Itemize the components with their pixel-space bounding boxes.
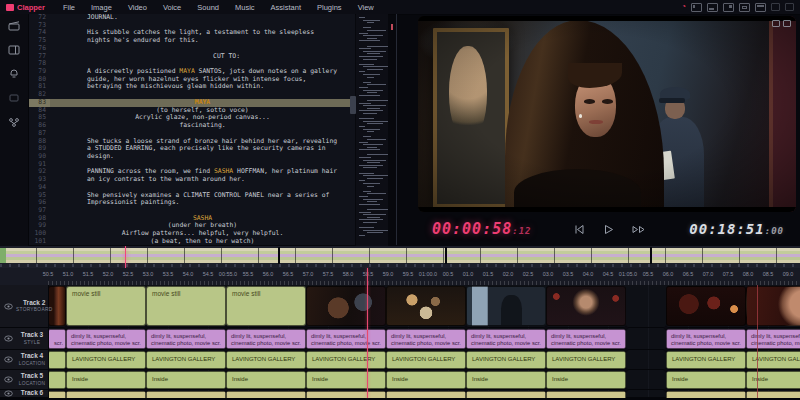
window-restore-icon[interactable] (771, 3, 780, 11)
panel-bottom-toggle-icon[interactable] (707, 3, 718, 12)
script-line[interactable]: 96Impressionist paintings. (29, 199, 355, 207)
style-cell[interactable]: scr. (48, 329, 66, 349)
storyboard-still-red-room-figures[interactable] (666, 286, 746, 326)
script-line[interactable]: 94 (29, 184, 355, 192)
storyboard-cell[interactable]: movie still (146, 286, 226, 326)
track6-cell[interactable] (226, 391, 306, 398)
script-line[interactable]: 91 (29, 161, 355, 169)
location-cell[interactable] (48, 371, 66, 389)
timeline-lanes[interactable]: movie stillmovie stillmovie still scr.di… (48, 285, 800, 398)
location-cell[interactable]: LAVINGTON GALLERY (306, 351, 386, 369)
storyboard-still-woman-closeup-red[interactable] (746, 286, 800, 326)
script-line[interactable]: 82 (29, 91, 355, 99)
script-line[interactable]: 89a STUDDED EARRING, each precisely like… (29, 145, 355, 153)
style-cell[interactable]: dimly lit, suspenseful,cinematic photo, … (666, 329, 746, 349)
menu-item-music[interactable]: Music (227, 3, 263, 12)
style-cell[interactable]: dimly lit, suspenseful,cinematic photo, … (306, 329, 386, 349)
location-cell[interactable]: Inside (466, 371, 546, 389)
storyboard-still-woman-portrait[interactable] (546, 286, 626, 326)
menu-item-plugins[interactable]: Plugins (309, 3, 350, 12)
storyboard-still-two-men-with-papers[interactable] (386, 286, 466, 326)
script-minimap[interactable] (356, 14, 388, 248)
location-cell[interactable]: LAVINGTON GALLERY (546, 351, 626, 369)
script-line[interactable]: 72JOURNAL. (29, 14, 355, 22)
eye-icon[interactable] (4, 303, 13, 310)
panel-right-toggle-icon[interactable] (723, 3, 734, 12)
eye-icon[interactable] (4, 390, 13, 397)
timeline-ruler[interactable]: 50.551.051.552.052.553.053.554.054.500:5… (0, 268, 800, 286)
location-cell[interactable]: Inside (66, 371, 146, 389)
location-cell[interactable]: LAVINGTON GALLERY (746, 351, 800, 369)
script-line[interactable]: 92PANNING across the room, we find SASHA… (29, 168, 355, 176)
style-cell[interactable]: dimly lit, suspenseful,cinematic photo, … (466, 329, 546, 349)
sidebar-assistant-icon[interactable] (8, 68, 20, 80)
track6-cell[interactable] (386, 391, 466, 398)
sidebar-frame-icon[interactable] (8, 92, 20, 104)
fullscreen-icon[interactable] (772, 20, 780, 27)
script-line[interactable]: 81betraying the mischievous gleam hidden… (29, 83, 355, 91)
track6-cell[interactable] (306, 391, 386, 398)
script-line[interactable]: 75nights he's endured for this. (29, 37, 355, 45)
script-line[interactable]: 95She pensively examines a CLIMATE CONTR… (29, 192, 355, 200)
track-header-track-5[interactable]: Track 5LOCATION (0, 370, 48, 390)
location-cell[interactable]: LAVINGTON GALLERY (146, 351, 226, 369)
script-line[interactable]: 97 (29, 207, 355, 215)
fast-forward-icon[interactable] (631, 223, 647, 236)
sidebar-script-panel-icon[interactable] (8, 44, 20, 56)
track6-cell[interactable] (466, 391, 546, 398)
script-line[interactable]: 99(under her breath) (29, 222, 355, 230)
location-cell[interactable]: Inside (546, 371, 626, 389)
script-line[interactable]: 101(a beat, then to her watch) (29, 238, 355, 245)
location-cell[interactable]: LAVINGTON GALLERY (666, 351, 746, 369)
script-line[interactable]: 86fascinating. (29, 122, 355, 130)
script-line[interactable]: 74His stubble catches the light, a testa… (29, 29, 355, 37)
menu-item-assistant[interactable]: Assistant (263, 3, 309, 12)
storyboard-still-man-by-window[interactable] (466, 286, 546, 326)
play-icon[interactable] (602, 223, 615, 236)
location-cell[interactable]: Inside (306, 371, 386, 389)
sidebar-node-graph-icon[interactable] (8, 116, 20, 128)
app-logo[interactable]: Clapper (6, 3, 45, 12)
script-line[interactable]: 77CUT TO: (29, 53, 355, 61)
location-cell[interactable]: LAVINGTON GALLERY (466, 351, 546, 369)
menu-item-view[interactable]: View (350, 3, 382, 12)
location-cell[interactable]: LAVINGTON GALLERY (66, 351, 146, 369)
location-cell[interactable]: Inside (386, 371, 466, 389)
script-line[interactable]: 76 (29, 45, 355, 53)
eye-icon[interactable] (4, 376, 13, 383)
location-cell[interactable]: Inside (146, 371, 226, 389)
activity-icon[interactable]: ◔ (681, 3, 686, 11)
storyboard-cell[interactable]: movie still (66, 286, 146, 326)
script-line[interactable]: 98SASHA (29, 215, 355, 223)
script-line[interactable]: 85Acrylic glaze, non-period canvas... (29, 114, 355, 122)
menu-item-sound[interactable]: Sound (189, 3, 227, 12)
panel-top-toggle-icon[interactable] (755, 3, 766, 12)
style-cell[interactable]: dimly lit, suspenseful,cinematic photo, … (146, 329, 226, 349)
script-line[interactable]: 93an icy contrast to the warmth around h… (29, 176, 355, 184)
pane-splitter[interactable] (396, 14, 397, 245)
track-header-track-6[interactable]: Track 6 (0, 390, 48, 398)
style-cell[interactable]: dimly lit, suspenseful,cinematic photo, … (746, 329, 800, 349)
script-line[interactable]: 87 (29, 130, 355, 138)
location-cell[interactable]: LAVINGTON GALLERY (226, 351, 306, 369)
track6-cell[interactable] (66, 391, 146, 398)
menu-item-file[interactable]: File (55, 3, 83, 12)
script-line[interactable]: 84(to herself, sotto voce) (29, 107, 355, 115)
menu-item-video[interactable]: Video (120, 3, 155, 12)
script-line[interactable]: 88She tucks a loose strand of bronze hai… (29, 138, 355, 146)
panel-left-toggle-icon[interactable] (691, 3, 702, 12)
location-cell[interactable]: LAVINGTON GALLERY (386, 351, 466, 369)
video-preview[interactable] (418, 16, 796, 212)
style-cell[interactable]: dimly lit, suspenseful,cinematic photo, … (546, 329, 626, 349)
location-cell[interactable]: Inside (226, 371, 306, 389)
track-header-track-3[interactable]: Track 3STYLE (0, 328, 48, 350)
script-line[interactable]: 73 (29, 22, 355, 30)
menu-item-voice[interactable]: Voice (155, 3, 189, 12)
eye-icon[interactable] (4, 335, 13, 342)
window-maximize-icon[interactable] (785, 3, 794, 11)
script-line[interactable]: 80guide, her worn hazelnut eyes flicker … (29, 76, 355, 84)
location-cell[interactable] (48, 351, 66, 369)
style-cell[interactable]: dimly lit, suspenseful,cinematic photo, … (226, 329, 306, 349)
script-line[interactable]: 90design. (29, 153, 355, 161)
eye-icon[interactable] (4, 356, 13, 363)
